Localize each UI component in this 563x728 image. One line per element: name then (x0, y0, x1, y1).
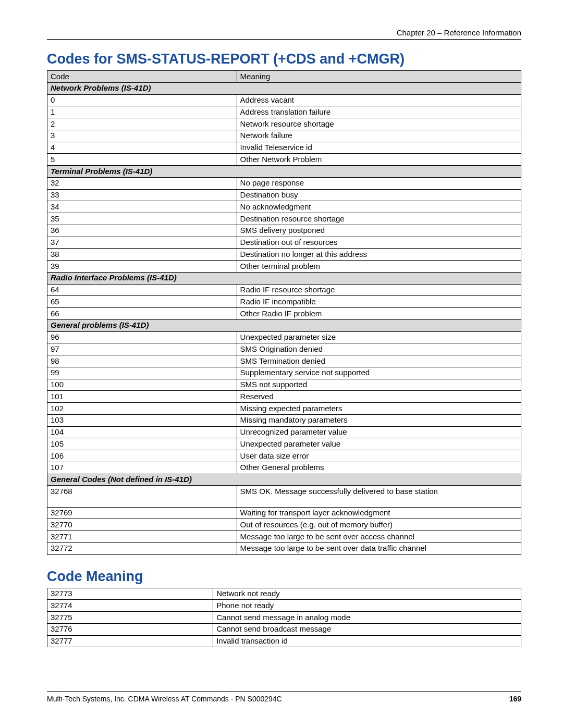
table-row: 66Other Radio IF problem (47, 308, 521, 320)
codes-table-1: CodeMeaningNetwork Problems (IS-41D)0Add… (47, 70, 521, 555)
cell-meaning: Unexpected parameter value (237, 438, 521, 450)
cell-meaning: Network not ready (213, 588, 521, 600)
table-row: 101Reserved (47, 391, 521, 403)
table-row: 5Other Network Problem (47, 154, 521, 166)
cell-code: 33 (47, 189, 237, 201)
cell-code: 32775 (47, 612, 213, 624)
cell-code: 32777 (47, 635, 213, 647)
cell-code: 66 (47, 308, 237, 320)
section-title-1: Codes for SMS-STATUS-REPORT (+CDS and +C… (47, 51, 521, 67)
table-row: 33Destination busy (47, 189, 521, 201)
cell-code: 1 (47, 106, 237, 118)
table-row: 32777Invalid transaction id (47, 635, 521, 647)
cell-meaning: SMS Termination denied (237, 355, 521, 367)
table-row: 32774Phone not ready (47, 600, 521, 612)
cell-code: 100 (47, 379, 237, 391)
chapter-header: Chapter 20 – Reference Information (47, 28, 521, 37)
section-label: General Codes (Not defined in IS-41D) (47, 474, 521, 486)
cell-code: 37 (47, 237, 237, 249)
cell-meaning: SMS delivery postponed (237, 225, 521, 237)
cell-meaning: Destination out of resources (237, 237, 521, 249)
table-row: 32773Network not ready (47, 588, 521, 600)
cell-code: 98 (47, 355, 237, 367)
cell-meaning: No acknowledgment (237, 201, 521, 213)
cell-meaning: Other General problems (237, 462, 521, 474)
cell-meaning: Other terminal problem (237, 261, 521, 273)
cell-meaning: SMS OK. Message successfully delivered t… (237, 486, 521, 507)
cell-meaning: Invalid Teleservice id (237, 142, 521, 154)
table-row: 105Unexpected parameter value (47, 438, 521, 450)
table-row: 96Unexpected parameter size (47, 331, 521, 343)
table-row: 38Destination no longer at this address (47, 249, 521, 261)
cell-meaning: Missing expected parameters (237, 403, 521, 415)
cell-code: 103 (47, 414, 237, 426)
section-header-row: General problems (IS-41D) (47, 319, 521, 331)
cell-code: 32770 (47, 519, 237, 531)
table-row: 104Unrecognized parameter value (47, 426, 521, 438)
cell-code: 32776 (47, 623, 213, 635)
cell-meaning: Destination no longer at this address (237, 249, 521, 261)
cell-code: 32 (47, 177, 237, 189)
cell-code: 107 (47, 462, 237, 474)
cell-meaning: User data size error (237, 450, 521, 462)
cell-code: 104 (47, 426, 237, 438)
cell-meaning: Radio IF incompatible (237, 296, 521, 308)
cell-meaning: Other Radio IF problem (237, 308, 521, 320)
table-row: 34No acknowledgment (47, 201, 521, 213)
table-row: 102Missing expected parameters (47, 403, 521, 415)
cell-code: 39 (47, 261, 237, 273)
table-row: 32776Cannot send broadcast message (47, 623, 521, 635)
section-header-row: Radio Interface Problems (IS-41D) (47, 272, 521, 284)
cell-meaning: Address vacant (237, 94, 521, 106)
cell-meaning: Network failure (237, 130, 521, 142)
section-header-row: Terminal Problems (IS-41D) (47, 166, 521, 178)
table-row: 32771Message too large to be sent over a… (47, 531, 521, 543)
cell-code: 32769 (47, 507, 237, 519)
cell-meaning: Radio IF resource shortage (237, 284, 521, 296)
table-row: 99Supplementary service not supported (47, 367, 521, 379)
section-header-row: General Codes (Not defined in IS-41D) (47, 474, 521, 486)
cell-meaning: Phone not ready (213, 600, 521, 612)
cell-code: 2 (47, 118, 237, 130)
cell-code: 4 (47, 142, 237, 154)
section-label: Radio Interface Problems (IS-41D) (47, 272, 521, 284)
section-header-row: Network Problems (IS-41D) (47, 82, 521, 94)
page-footer: Multi-Tech Systems, Inc. CDMA Wireless A… (47, 691, 521, 703)
cell-code: 65 (47, 296, 237, 308)
cell-meaning: Unexpected parameter size (237, 331, 521, 343)
cell-code: 101 (47, 391, 237, 403)
cell-code: 32772 (47, 542, 237, 554)
cell-code: 96 (47, 331, 237, 343)
table-row: 32No page response (47, 177, 521, 189)
cell-code: 99 (47, 367, 237, 379)
table-row: 65Radio IF incompatible (47, 296, 521, 308)
table-row: 100SMS not supported (47, 379, 521, 391)
table-row: 36SMS delivery postponed (47, 225, 521, 237)
page-number: 169 (509, 695, 521, 703)
cell-code: 102 (47, 403, 237, 415)
table-row: 0Address vacant (47, 94, 521, 106)
header-rule (47, 39, 521, 40)
table-row: 32775Cannot send message in analog mode (47, 612, 521, 624)
cell-meaning: Message too large to be sent over access… (237, 531, 521, 543)
table-row: 97SMS Origination denied (47, 343, 521, 355)
cell-meaning: Destination resource shortage (237, 213, 521, 225)
cell-meaning: Out of resources (e.g. out of memory buf… (237, 519, 521, 531)
cell-code: 32768 (47, 486, 237, 507)
table-row: 32768SMS OK. Message successfully delive… (47, 486, 521, 507)
cell-code: 3 (47, 130, 237, 142)
cell-meaning: Cannot send broadcast message (213, 623, 521, 635)
cell-code: 38 (47, 249, 237, 261)
section-label: Terminal Problems (IS-41D) (47, 166, 521, 178)
table-row: 103Missing mandatory parameters (47, 414, 521, 426)
cell-meaning: Message too large to be sent over data t… (237, 542, 521, 554)
footer-text: Multi-Tech Systems, Inc. CDMA Wireless A… (47, 695, 282, 703)
cell-code: 106 (47, 450, 237, 462)
cell-code: 32773 (47, 588, 213, 600)
cell-code: 0 (47, 94, 237, 106)
cell-code: 97 (47, 343, 237, 355)
cell-meaning: Invalid transaction id (213, 635, 521, 647)
cell-meaning: Other Network Problem (237, 154, 521, 166)
cell-meaning: Address translation failure (237, 106, 521, 118)
table-header-row: CodeMeaning (47, 71, 521, 83)
